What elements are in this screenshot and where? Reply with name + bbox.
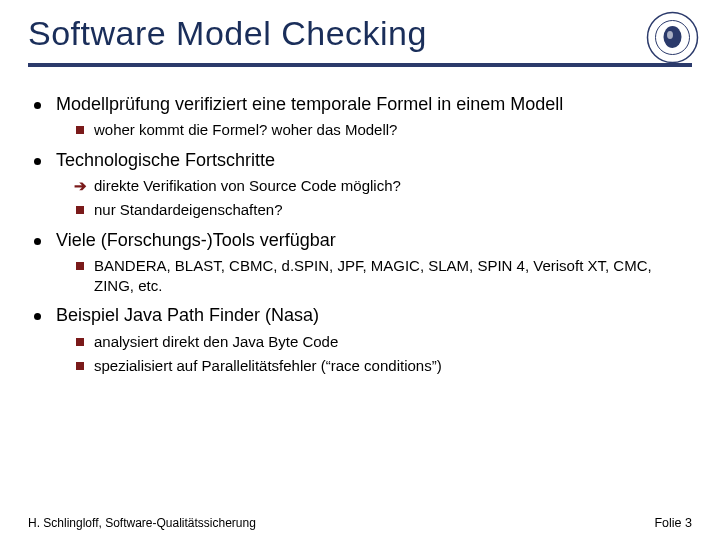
list-item: Technologische Fortschritte direkte Veri…	[32, 149, 692, 221]
bullet-text: Technologische Fortschritte	[56, 150, 275, 170]
title-rule	[28, 63, 692, 67]
sub-item: woher kommt die Formel? woher das Modell…	[76, 120, 692, 140]
sub-list: woher kommt die Formel? woher das Modell…	[76, 120, 692, 140]
slide-title: Software Model Checking	[28, 14, 692, 53]
sub-list: BANDERA, BLAST, CBMC, d.SPIN, JPF, MAGIC…	[76, 256, 692, 297]
sub-item: nur Standardeigenschaften?	[76, 200, 692, 220]
university-seal-icon	[645, 10, 700, 65]
footer-page: Folie 3	[654, 516, 692, 530]
sub-item: direkte Verifikation von Source Code mög…	[76, 176, 692, 196]
sub-item: spezialisiert auf Parallelitätsfehler (“…	[76, 356, 692, 376]
bullet-list: Modellprüfung verifiziert eine temporale…	[32, 93, 692, 376]
bullet-text: Modellprüfung verifiziert eine temporale…	[56, 94, 563, 114]
bullet-text: Viele (Forschungs-)Tools verfügbar	[56, 230, 336, 250]
sub-item: analysiert direkt den Java Byte Code	[76, 332, 692, 352]
sub-item: BANDERA, BLAST, CBMC, d.SPIN, JPF, MAGIC…	[76, 256, 692, 297]
sub-list: direkte Verifikation von Source Code mög…	[76, 176, 692, 221]
list-item: Viele (Forschungs-)Tools verfügbar BANDE…	[32, 229, 692, 297]
svg-point-3	[667, 31, 673, 39]
list-item: Beispiel Java Path Finder (Nasa) analysi…	[32, 304, 692, 376]
bullet-text: Beispiel Java Path Finder (Nasa)	[56, 305, 319, 325]
list-item: Modellprüfung verifiziert eine temporale…	[32, 93, 692, 141]
sub-list: analysiert direkt den Java Byte Code spe…	[76, 332, 692, 377]
footer-author: H. Schlingloff, Software-Qualitätssicher…	[28, 516, 256, 530]
